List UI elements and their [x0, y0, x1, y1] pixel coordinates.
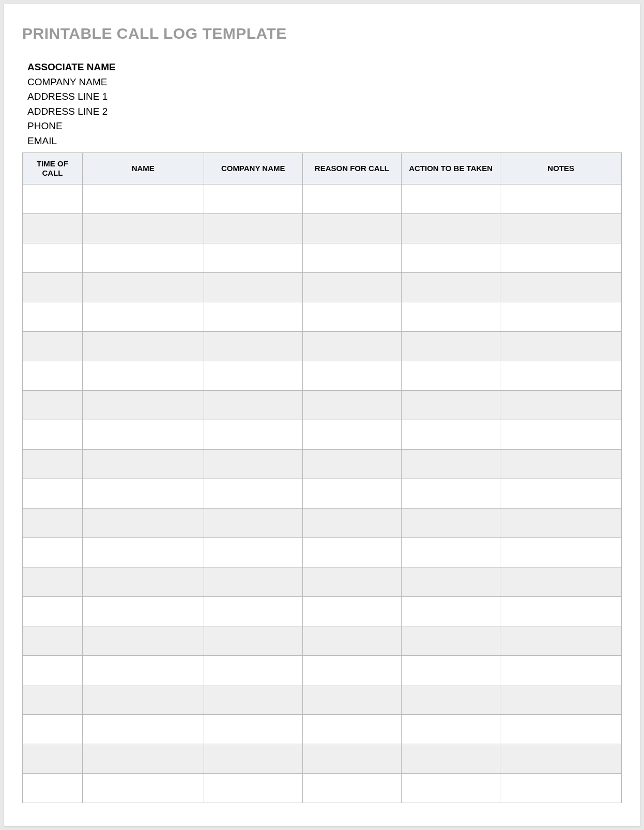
- cell-notes: [500, 656, 622, 685]
- cell-time: [23, 273, 83, 302]
- table-row: [23, 744, 622, 774]
- cell-reason: [302, 302, 401, 332]
- cell-notes: [500, 774, 622, 803]
- col-header-time: TIME OF CALL: [23, 153, 83, 185]
- cell-company: [204, 567, 302, 597]
- col-header-company: COMPANY NAME: [204, 153, 302, 185]
- cell-action: [402, 597, 500, 626]
- cell-time: [23, 185, 83, 214]
- table-row: [23, 626, 622, 656]
- cell-action: [402, 332, 500, 361]
- cell-action: [402, 656, 500, 685]
- cell-notes: [500, 685, 622, 715]
- cell-time: [23, 332, 83, 361]
- cell-reason: [302, 420, 401, 450]
- cell-reason: [302, 332, 401, 361]
- cell-name: [82, 361, 204, 391]
- cell-action: [402, 420, 500, 450]
- table-row: [23, 243, 622, 273]
- cell-company: [204, 538, 302, 567]
- cell-action: [402, 450, 500, 479]
- cell-notes: [500, 361, 622, 391]
- table-row: [23, 302, 622, 332]
- cell-action: [402, 685, 500, 715]
- cell-company: [204, 420, 302, 450]
- phone-label: PHONE: [27, 119, 622, 134]
- cell-action: [402, 391, 500, 420]
- col-header-name: NAME: [82, 153, 204, 185]
- cell-reason: [302, 538, 401, 567]
- cell-time: [23, 685, 83, 715]
- cell-action: [402, 744, 500, 774]
- cell-name: [82, 774, 204, 803]
- table-row: [23, 567, 622, 597]
- cell-company: [204, 214, 302, 243]
- cell-company: [204, 656, 302, 685]
- cell-time: [23, 214, 83, 243]
- cell-notes: [500, 597, 622, 626]
- cell-action: [402, 273, 500, 302]
- cell-company: [204, 391, 302, 420]
- cell-notes: [500, 538, 622, 567]
- cell-name: [82, 391, 204, 420]
- table-row: [23, 509, 622, 538]
- col-header-notes: NOTES: [500, 153, 622, 185]
- table-row: [23, 450, 622, 479]
- cell-name: [82, 656, 204, 685]
- cell-reason: [302, 685, 401, 715]
- cell-reason: [302, 273, 401, 302]
- cell-reason: [302, 597, 401, 626]
- table-row: [23, 185, 622, 214]
- table-row: [23, 479, 622, 509]
- cell-name: [82, 214, 204, 243]
- cell-name: [82, 479, 204, 509]
- address-line-1: ADDRESS LINE 1: [27, 89, 622, 104]
- cell-action: [402, 509, 500, 538]
- cell-notes: [500, 185, 622, 214]
- cell-time: [23, 391, 83, 420]
- email-label: EMAIL: [27, 134, 622, 149]
- cell-reason: [302, 214, 401, 243]
- cell-name: [82, 715, 204, 744]
- cell-name: [82, 597, 204, 626]
- cell-name: [82, 420, 204, 450]
- cell-time: [23, 597, 83, 626]
- cell-name: [82, 538, 204, 567]
- cell-action: [402, 479, 500, 509]
- cell-notes: [500, 567, 622, 597]
- company-name: COMPANY NAME: [27, 75, 622, 90]
- cell-notes: [500, 626, 622, 656]
- associate-name: ASSOCIATE NAME: [27, 60, 622, 75]
- cell-time: [23, 420, 83, 450]
- call-log-table: TIME OF CALL NAME COMPANY NAME REASON FO…: [22, 152, 622, 803]
- table-row: [23, 597, 622, 626]
- col-header-reason: REASON FOR CALL: [302, 153, 401, 185]
- cell-action: [402, 538, 500, 567]
- cell-time: [23, 715, 83, 744]
- cell-action: [402, 361, 500, 391]
- cell-time: [23, 450, 83, 479]
- table-row: [23, 656, 622, 685]
- cell-time: [23, 774, 83, 803]
- cell-notes: [500, 273, 622, 302]
- cell-time: [23, 361, 83, 391]
- cell-time: [23, 479, 83, 509]
- cell-action: [402, 567, 500, 597]
- cell-time: [23, 626, 83, 656]
- cell-time: [23, 538, 83, 567]
- cell-notes: [500, 509, 622, 538]
- cell-action: [402, 774, 500, 803]
- col-header-action: ACTION TO BE TAKEN: [402, 153, 500, 185]
- cell-notes: [500, 479, 622, 509]
- cell-notes: [500, 420, 622, 450]
- cell-reason: [302, 243, 401, 273]
- cell-reason: [302, 450, 401, 479]
- header-info-block: ASSOCIATE NAME COMPANY NAME ADDRESS LINE…: [27, 60, 622, 148]
- cell-action: [402, 626, 500, 656]
- cell-reason: [302, 391, 401, 420]
- table-row: [23, 332, 622, 361]
- cell-time: [23, 744, 83, 774]
- cell-notes: [500, 302, 622, 332]
- cell-name: [82, 509, 204, 538]
- cell-name: [82, 744, 204, 774]
